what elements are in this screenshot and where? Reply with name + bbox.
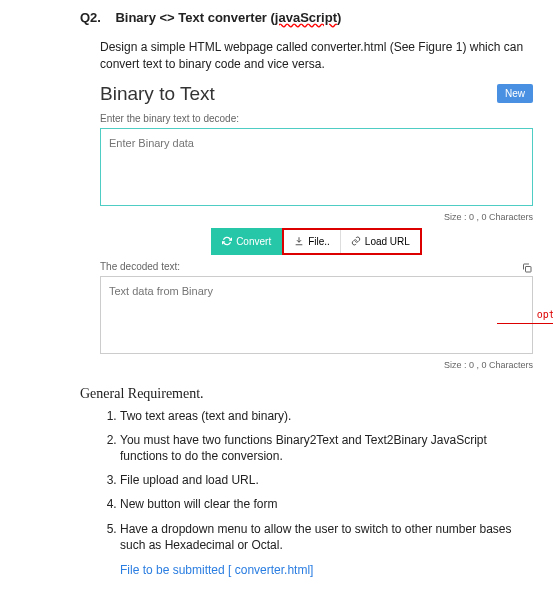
output-size: Size : 0 , 0 Characters xyxy=(100,360,533,370)
new-button[interactable]: New xyxy=(497,84,533,103)
load-url-button[interactable]: Load URL xyxy=(341,230,420,253)
q-label: Q2. xyxy=(80,10,101,25)
list-item: Two text areas (text and binary). xyxy=(120,408,533,424)
q-title-a: Binary <> Text converter ( xyxy=(115,10,274,25)
file-to-submit: File to be submitted [ converter.html] xyxy=(120,563,533,577)
text-output[interactable] xyxy=(100,276,533,354)
q-title-c: ) xyxy=(337,10,341,25)
optional-box: File.. Load URL xyxy=(282,228,422,255)
copy-icon[interactable] xyxy=(521,262,533,274)
question-heading: Q2. Binary <> Text converter (javaScript… xyxy=(80,10,533,25)
figure-wrapper: Binary to Text New Enter the binary text… xyxy=(100,83,533,370)
download-icon xyxy=(294,236,304,246)
optional-annotation: optional xyxy=(537,309,553,320)
file-label: File.. xyxy=(308,236,330,247)
svg-rect-0 xyxy=(526,267,532,273)
list-item: New button will clear the form xyxy=(120,496,533,512)
requirements-list: Two text areas (text and binary). You mu… xyxy=(120,408,533,553)
q-title-js: javaScript xyxy=(275,10,337,25)
app-title: Binary to Text xyxy=(100,83,215,105)
binary-input[interactable] xyxy=(100,128,533,206)
load-url-label: Load URL xyxy=(365,236,410,247)
list-item: File upload and load URL. xyxy=(120,472,533,488)
output-label: The decoded text: xyxy=(100,261,180,272)
list-item: You must have two functions Binary2Text … xyxy=(120,432,533,464)
file-button[interactable]: File.. xyxy=(284,230,341,253)
annotation-line xyxy=(497,323,553,324)
link-icon xyxy=(351,236,361,246)
input-size: Size : 0 , 0 Characters xyxy=(100,212,533,222)
refresh-icon xyxy=(222,236,232,246)
list-item: Have a dropdown menu to allow the user t… xyxy=(120,521,533,553)
description: Design a simple HTML webpage called conv… xyxy=(100,39,533,73)
convert-label: Convert xyxy=(236,236,271,247)
input-label: Enter the binary text to decode: xyxy=(100,113,533,124)
general-requirement-heading: General Requirement. xyxy=(80,386,533,402)
button-row: Convert File.. Load URL xyxy=(100,228,533,255)
convert-button[interactable]: Convert xyxy=(211,228,282,255)
